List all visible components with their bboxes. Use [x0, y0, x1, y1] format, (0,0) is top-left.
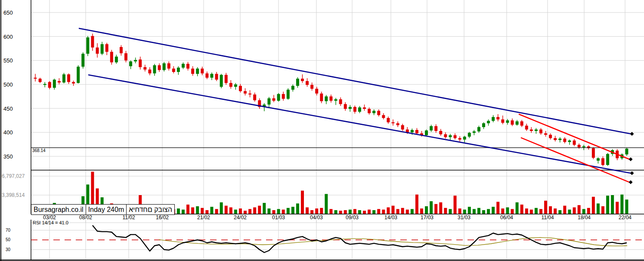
- candle: [172, 68, 175, 72]
- candle: [539, 130, 542, 134]
- volume-bar: [449, 209, 452, 214]
- volume-bar: [415, 195, 418, 214]
- candle: [573, 140, 576, 145]
- volume-bar: [368, 210, 371, 214]
- candle: [182, 64, 185, 68]
- volume-bar: [573, 207, 576, 214]
- candle: [329, 96, 332, 101]
- trend-upper-line: [519, 114, 629, 159]
- volume-tick-label: 6,797,027: [2, 174, 25, 179]
- candle: [549, 135, 552, 138]
- candle: [444, 134, 447, 137]
- date-tick-label: 03/02: [43, 215, 56, 220]
- volume-bar: [306, 207, 309, 214]
- rsi-indicator-label: RSI 14/14 = 41.0: [33, 221, 68, 225]
- candle: [325, 96, 328, 101]
- candle: [582, 146, 585, 147]
- price-tick-label: 500: [3, 82, 13, 87]
- candle: [282, 94, 285, 99]
- volume-bar: [239, 208, 242, 214]
- candle: [62, 75, 65, 83]
- volume-bar: [558, 210, 561, 214]
- candle: [105, 44, 108, 52]
- volume-bar: [205, 210, 208, 214]
- candle: [86, 37, 89, 54]
- volume-bar: [487, 209, 490, 214]
- volume-bar: [525, 208, 528, 214]
- volume-bar: [358, 210, 361, 214]
- volume-bar: [587, 208, 590, 214]
- candle: [415, 130, 418, 134]
- volume-bar: [535, 208, 538, 214]
- watermark-site-label: Bursagraph.co.il: [31, 205, 86, 214]
- watermark-group-label: איחדחם קבוצה: [126, 205, 174, 214]
- candle: [506, 120, 509, 123]
- volume-bar: [210, 207, 213, 214]
- volume-bar: [411, 209, 414, 214]
- candle: [401, 125, 404, 130]
- volume-bar: [396, 209, 399, 214]
- volume-bar: [301, 191, 304, 214]
- candle: [267, 98, 270, 104]
- date-tick-label: 22/04: [619, 215, 632, 220]
- rsi-tick-label: 70: [6, 228, 10, 233]
- volume-bar: [325, 194, 328, 214]
- candle: [578, 145, 581, 147]
- candle: [425, 130, 428, 135]
- line-end-diamond: [629, 157, 633, 161]
- candle: [353, 107, 356, 112]
- candle: [72, 82, 75, 83]
- candle: [191, 68, 194, 74]
- volume-bar: [516, 202, 519, 214]
- candle: [434, 126, 437, 131]
- candle: [139, 59, 142, 67]
- candle: [377, 111, 380, 115]
- last-price-label: 368.14: [32, 149, 46, 153]
- volume-bar: [263, 203, 266, 214]
- volume-bar: [291, 207, 294, 214]
- candle: [53, 80, 56, 88]
- volume-bar: [272, 210, 276, 214]
- candle: [134, 60, 137, 61]
- chart-canvas: [0, 0, 644, 261]
- volume-bar: [434, 204, 437, 214]
- volume-bar: [372, 210, 375, 214]
- volume-bar: [382, 210, 385, 214]
- volume-bar: [420, 208, 423, 214]
- volume-bar: [439, 202, 442, 214]
- candle: [239, 86, 242, 91]
- volume-bar: [582, 209, 585, 214]
- candle: [477, 127, 480, 131]
- date-tick-label: 14/03: [384, 215, 397, 220]
- volume-bar: [511, 209, 514, 214]
- volume-bar: [454, 196, 457, 214]
- candle: [110, 52, 113, 62]
- volume-bar: [463, 210, 466, 214]
- volume-bar: [592, 197, 595, 214]
- rsi-tick-label: 30: [6, 248, 10, 252]
- candle: [511, 120, 514, 124]
- candle: [458, 138, 461, 140]
- volume-bar: [578, 205, 581, 214]
- volume-bar: [334, 210, 337, 214]
- candle: [315, 89, 318, 93]
- candle: [473, 131, 476, 133]
- candle: [382, 115, 385, 118]
- volume-bar: [544, 201, 547, 214]
- candle: [544, 134, 547, 135]
- candle: [454, 135, 457, 138]
- line-end-diamond: [629, 180, 633, 184]
- date-tick-label: 31/03: [458, 215, 471, 220]
- candle: [339, 99, 342, 104]
- price-tick-label: 350: [3, 154, 13, 159]
- candle: [439, 131, 442, 134]
- candle: [129, 62, 132, 66]
- candle: [186, 64, 189, 68]
- volume-bar: [473, 209, 476, 214]
- candle: [430, 126, 433, 130]
- volume-bar: [620, 195, 623, 214]
- price-tick-label: 550: [3, 58, 13, 63]
- candle: [39, 79, 42, 82]
- candle: [449, 135, 452, 137]
- candle: [349, 107, 352, 109]
